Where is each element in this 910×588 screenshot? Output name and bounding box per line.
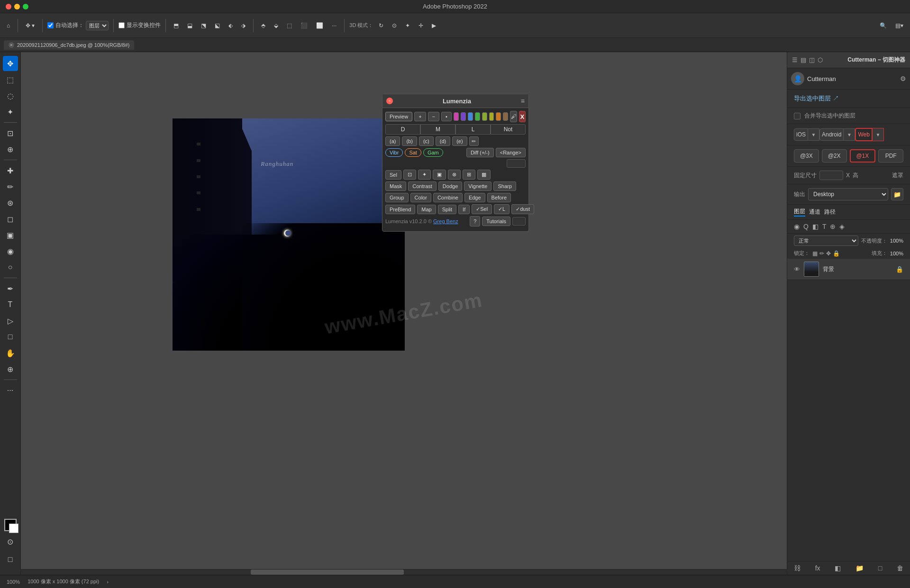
- gradient-tool[interactable]: ▣: [3, 227, 18, 243]
- lumenzia-x-button[interactable]: X: [519, 111, 526, 122]
- 3d-walk-button[interactable]: ▶: [429, 20, 439, 31]
- lumenzia-split-button[interactable]: Split: [438, 205, 456, 214]
- lumenzia-icon2-button[interactable]: ✦: [418, 170, 431, 180]
- lumenzia-vignette-button[interactable]: Vignette: [464, 181, 491, 191]
- shape-tool[interactable]: □: [3, 329, 18, 344]
- new-group-button[interactable]: 📁: [855, 564, 864, 572]
- merge-checkbox[interactable]: [794, 113, 801, 119]
- quick-mask-tool[interactable]: ⊙: [3, 534, 18, 549]
- scale-pdf-button[interactable]: PDF: [878, 149, 903, 163]
- web-dropdown-button[interactable]: ▼: [873, 128, 884, 141]
- filter-smart-icon[interactable]: ⊕: [830, 223, 836, 230]
- magic-wand-tool[interactable]: ✦: [3, 104, 18, 119]
- lumenzia-dot-button[interactable]: •: [441, 112, 452, 121]
- lumenzia-m-button[interactable]: M: [420, 124, 455, 135]
- filter-color-icon[interactable]: T: [822, 223, 827, 230]
- 3d-rotate-button[interactable]: ↻: [376, 20, 386, 31]
- lock-brush-icon[interactable]: ✏: [819, 250, 824, 257]
- hscroll-thumb[interactable]: [251, 570, 404, 575]
- align-bottom-button[interactable]: ⬔: [198, 20, 209, 31]
- width-input[interactable]: [819, 171, 843, 180]
- lumenzia-vibr-button[interactable]: Vibr: [385, 148, 403, 157]
- layer-visibility-toggle[interactable]: 👁: [794, 266, 800, 273]
- lumenzia-close-button[interactable]: ×: [386, 98, 393, 104]
- lumenzia-e-button[interactable]: (e): [452, 136, 467, 146]
- filter-kind-icon[interactable]: ◧: [812, 223, 819, 230]
- filter-selected-icon[interactable]: ◈: [839, 223, 845, 230]
- output-folder-button[interactable]: 📁: [891, 188, 903, 200]
- distribute-bottom-button[interactable]: ⬚: [284, 20, 295, 31]
- lumenzia-sel-button[interactable]: Sel: [385, 170, 401, 180]
- selection-tool[interactable]: ⬚: [3, 72, 18, 87]
- lumenzia-b-button[interactable]: (b): [402, 136, 417, 146]
- pen-tool[interactable]: ✒: [3, 281, 18, 296]
- lumenzia-icon3-button[interactable]: ▣: [433, 170, 446, 180]
- status-arrow[interactable]: ›: [107, 579, 109, 585]
- lumenzia-checkdust-button[interactable]: ✓dust: [511, 204, 534, 214]
- scale-2x-button[interactable]: @2X: [822, 149, 847, 163]
- swatch-orange[interactable]: [496, 112, 501, 121]
- filter-toggle[interactable]: ◉: [794, 223, 800, 230]
- eyedropper-tool[interactable]: ⊕: [3, 142, 18, 157]
- add-style-button[interactable]: fx: [815, 564, 820, 572]
- android-button[interactable]: Android: [819, 128, 844, 141]
- distribute-vcenter-button[interactable]: ⬙: [271, 20, 281, 31]
- lumenzia-gam-button[interactable]: Gam: [423, 148, 443, 157]
- lumenzia-d-button[interactable]: D: [385, 124, 420, 135]
- paths-tab[interactable]: 路径: [824, 208, 836, 216]
- swatch-purple[interactable]: [461, 112, 466, 121]
- lumenzia-map-button[interactable]: Map: [417, 205, 436, 214]
- hand-tool[interactable]: ✋: [3, 345, 18, 361]
- filter-type-icon[interactable]: Q: [803, 223, 809, 230]
- lumenzia-d2-button[interactable]: (d): [436, 136, 450, 146]
- home-button[interactable]: ⌂: [4, 20, 13, 31]
- move-tool[interactable]: ✥: [3, 56, 18, 71]
- brush-tool[interactable]: ✏: [3, 179, 18, 194]
- new-layer-button[interactable]: □: [878, 564, 882, 572]
- lumenzia-icon6-button[interactable]: ▦: [477, 170, 491, 180]
- align-vcenter-button[interactable]: ⬓: [184, 20, 195, 31]
- 3d-view-button[interactable]: ⊙: [389, 20, 400, 31]
- lumenzia-before-button[interactable]: Before: [487, 193, 511, 202]
- file-tab[interactable]: × 20200921120906_dc7db.jpeg @ 100%(RGB/8…: [4, 40, 134, 50]
- lumenzia-l-button[interactable]: L: [455, 124, 491, 135]
- blur-tool[interactable]: ◉: [3, 244, 18, 259]
- layers-tab[interactable]: 图层: [794, 208, 805, 217]
- lumenzia-checksel-button[interactable]: ✓Sel: [472, 204, 492, 214]
- lumenzia-sharp-button[interactable]: Sharp: [493, 181, 516, 191]
- ios-dropdown-button[interactable]: ▼: [808, 128, 819, 141]
- swatch-pink[interactable]: [454, 112, 459, 121]
- swatch-yellow[interactable]: [489, 112, 494, 121]
- text-tool[interactable]: T: [3, 297, 18, 312]
- lumenzia-num2-input[interactable]: 0: [512, 217, 526, 226]
- lumenzia-tutorials-button[interactable]: Tutorials: [482, 217, 510, 226]
- add-mask-button[interactable]: ◧: [835, 564, 841, 572]
- more-tools[interactable]: ···: [3, 383, 18, 398]
- workspace-button[interactable]: ▤▾: [892, 20, 906, 31]
- swatch-blue[interactable]: [468, 112, 473, 121]
- align-right-button[interactable]: ⬗: [238, 20, 248, 31]
- distribute-hcenter-button[interactable]: ⬜: [313, 20, 326, 31]
- path-tool[interactable]: ▷: [3, 313, 18, 328]
- horizontal-scrollbar[interactable]: [21, 569, 787, 575]
- lumenzia-preblend-button[interactable]: PreBlend: [385, 205, 415, 214]
- lumenzia-author-link[interactable]: Greg Benz: [433, 218, 458, 224]
- link-layers-button[interactable]: ⛓: [794, 564, 801, 572]
- move-tool-button[interactable]: ✥ ▾: [23, 20, 37, 31]
- web-button[interactable]: Web: [855, 128, 872, 141]
- zoom-tool[interactable]: ⊕: [3, 362, 18, 377]
- clone-tool[interactable]: ⊛: [3, 195, 18, 210]
- lumenzia-dropper-button[interactable]: 🖋: [510, 111, 517, 122]
- ios-button[interactable]: iOS: [794, 128, 808, 141]
- screen-mode-tool[interactable]: □: [3, 552, 18, 567]
- foreground-color[interactable]: [4, 519, 17, 531]
- more-options-button[interactable]: ···: [329, 20, 339, 31]
- align-left-button[interactable]: ⬕: [212, 20, 223, 31]
- show-transform-checkbox[interactable]: [118, 22, 125, 28]
- lumenzia-combine-button[interactable]: Combine: [433, 193, 463, 202]
- tab-close-icon[interactable]: ×: [9, 42, 14, 48]
- swatch-green[interactable]: [475, 112, 480, 121]
- maximize-button[interactable]: [23, 4, 28, 9]
- lumenzia-checkl-button[interactable]: ✓L: [494, 204, 510, 214]
- scale-3x-button[interactable]: @3X: [794, 149, 819, 163]
